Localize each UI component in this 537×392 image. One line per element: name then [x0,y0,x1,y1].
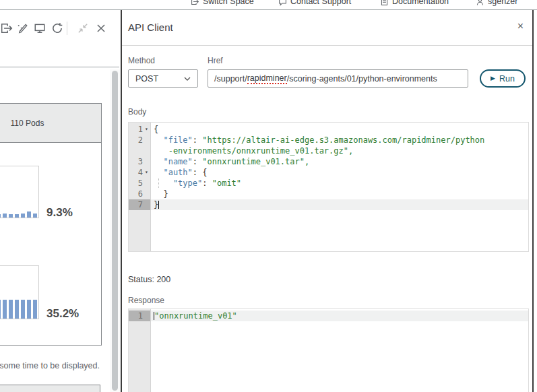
refresh-icon[interactable] [51,22,63,35]
code-line-active: "onnxruntime_v01" [151,311,528,321]
switch-space-icon [191,0,199,6]
dashboard-toolbar [0,10,119,67]
edit-icon[interactable] [16,22,28,35]
code-line: { [151,124,528,135]
contact-support-button[interactable]: Contact Support [278,0,351,6]
export-icon[interactable] [1,22,13,35]
documentation-icon [380,0,389,6]
api-client-panel: API Client × Method Href POST /support/r… [122,10,532,392]
spark-bar [21,214,25,218]
run-button[interactable]: ▶ Run [480,69,526,88]
percent-label: 35.2% [46,307,79,321]
body-editor[interactable]: 1▾ 2 3 4▾ 5 6 7 { "file": "https://altai… [128,122,529,252]
toolbar-divider [67,22,67,35]
contact-support-icon [278,0,287,6]
spark-bar [15,300,19,319]
spark-bar [15,214,19,218]
sparkline-row: 35.2% [0,265,79,319]
close-panel-icon[interactable]: × [517,21,524,32]
pods-count-label: 110 Pods [11,119,44,128]
collapse-icon[interactable] [77,22,89,35]
pods-card: 110 Pods 9.3% 35.2% [0,103,102,346]
href-input[interactable]: /support/rapidminer/scoring-agents/01/py… [208,69,468,88]
sparkline-row: 9.3% [0,166,73,218]
spark-bar [9,214,13,218]
method-select[interactable]: POST [128,69,198,88]
panel-title: API Client [128,22,173,33]
display-icon[interactable] [34,22,46,35]
user-menu-label: sgenzer [488,0,517,6]
spark-bar [33,214,37,218]
contact-support-label: Contact Support [290,0,351,6]
text-cursor [158,201,159,209]
code-line: "name": "onnxruntime_v01.tar", [151,156,528,167]
body-editor-gutter: 1▾ 2 3 4▾ 5 6 7 [129,123,151,251]
code-line: } [151,189,528,199]
fold-arrow-icon[interactable]: ▾ [143,167,150,178]
scrollbar-thumb[interactable] [112,71,118,391]
right-edge-line [532,10,534,392]
documentation-button[interactable]: Documentation [380,0,449,6]
documentation-label: Documentation [392,0,449,6]
user-icon [476,0,484,6]
code-line-active: } [151,199,528,210]
switch-space-button[interactable]: Switch Space [191,0,254,6]
spark-bar [33,300,37,319]
spark-bar [9,300,13,319]
method-value: POST [135,74,158,84]
fold-arrow-icon[interactable]: ▾ [143,124,150,135]
href-prefix: /support/ [214,74,247,84]
spark-bar [0,300,1,319]
pods-card-header: 110 Pods [0,104,101,143]
response-editor-gutter: 1 [129,309,151,392]
indent-guide [158,178,159,188]
run-button-label: Run [499,74,515,84]
user-menu-button[interactable]: sgenzer [476,0,517,6]
response-editor-code[interactable]: "onnxruntime_v01" [151,309,528,392]
spark-bar [0,214,1,218]
method-label: Method [128,56,155,65]
chevron-down-icon [184,77,191,81]
href-label: Href [208,56,223,65]
panel-divider [121,10,122,392]
api-client-header: API Client × [122,10,532,46]
status-text: Status: 200 [128,275,170,284]
sparkline-chart [0,265,39,319]
code-line: "file": "https://altair-ai-edge.s3.amazo… [151,135,528,156]
href-suffix: /scoring-agents/01/python-environments [287,74,437,84]
code-line: "type": "omit" [151,178,528,189]
top-menu-bar: Switch Space Contact Support Documentati… [0,0,537,10]
spark-bar [27,300,31,319]
response-label: Response [128,296,164,305]
spark-bar [27,211,31,218]
sparkline-chart [0,166,39,218]
spark-bar [3,300,7,319]
play-icon: ▶ [491,75,495,81]
href-misspelled-word: rapidminer [247,73,287,84]
body-label: Body [128,107,146,117]
code-line: "auth": { [151,167,528,178]
dashboard-panel: 110 Pods 9.3% 35.2% some time to be disp… [0,10,121,392]
body-editor-code[interactable]: { "file": "https://altair-ai-edge.s3.ama… [151,123,528,251]
spark-bar [21,300,25,319]
left-panel-scrollbar[interactable] [110,69,120,392]
spark-bar [3,214,7,218]
next-card-header [0,385,100,392]
percent-label: 9.3% [46,206,73,220]
panel-note-text: some time to be displayed. [0,361,100,370]
switch-space-label: Switch Space [203,0,254,6]
close-icon[interactable] [95,22,107,35]
response-editor[interactable]: 1 "onnxruntime_v01" [128,308,529,392]
